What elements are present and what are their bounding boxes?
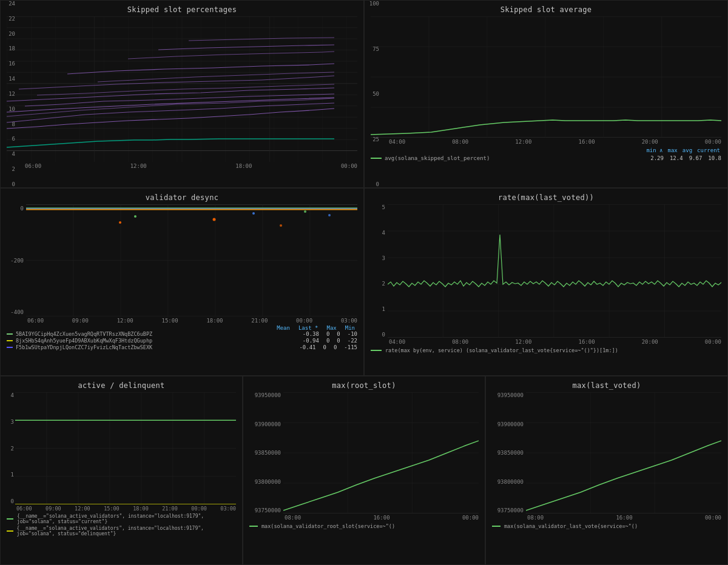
dashboard: Skipped slot percentages 242220181614121… xyxy=(0,0,728,565)
panel-title-skipped-avg: Skipped slot average xyxy=(371,5,721,14)
x-axis-rate: 04:0008:0012:0016:0020:0000:00 xyxy=(371,339,721,345)
bottom-row: active / delinquent 43210 xyxy=(0,376,728,565)
col-min: Min xyxy=(345,325,355,331)
y-axis-max-last-voted: 9395000093900000938500009380000093750000 xyxy=(492,392,526,513)
panel-title-rate: rate(max(last_voted)) xyxy=(371,193,721,202)
legend-line-current xyxy=(7,518,13,520)
svg-point-45 xyxy=(328,214,331,216)
chart-active xyxy=(15,392,236,504)
panel-title-root-slot: max(root_slot) xyxy=(249,381,479,390)
stat-avg-label: avg xyxy=(682,147,692,153)
validator-label-0: 5BAI9YGCipHq4ZcXuen5vagRQqRTVTRszXNqBZC6… xyxy=(16,331,152,337)
legend-label-max-last-voted: max(solana_validator_last_vote{service=~… xyxy=(504,523,638,529)
panel-max-root-slot: max(root_slot) 9395000093900000938500009… xyxy=(243,376,485,565)
x-axis-root-slot: 08:0016:0000:00 xyxy=(249,515,479,521)
svg-rect-46 xyxy=(388,204,721,338)
stats-header-desync: Mean Last * Max Min xyxy=(7,325,357,331)
y-axis-desync: 0-200-400 xyxy=(7,204,26,316)
legend-line-delinquent xyxy=(7,530,13,532)
legend-dot-1 xyxy=(7,340,13,341)
x-axis-desync: 06:0009:0012:0015:0018:0021:0000:0003:00 xyxy=(7,318,357,324)
chart-max-last-voted xyxy=(526,392,721,513)
svg-point-44 xyxy=(304,210,306,213)
avg-legend-label: avg(solana_skipped_slot_percent) xyxy=(371,155,490,161)
validator-label-2: F5b1wSUtpaYDnpjLQonCZC7iyFvizLcNqTactZbw… xyxy=(16,344,152,350)
avg-legend-stats: 2.29 12.4 9.67 10.8 xyxy=(650,155,721,161)
legend-line-rate xyxy=(371,350,382,351)
panel-rate-last-voted: rate(max(last_voted)) 543210 xyxy=(364,188,728,376)
panel-title-active: active / delinquent xyxy=(7,381,236,390)
legend-max-last-voted: max(solana_validator_last_vote{service=~… xyxy=(492,523,721,529)
svg-point-43 xyxy=(280,224,282,227)
legend-line-root-slot xyxy=(249,526,258,527)
x-axis-skipped-avg: 04:0008:0012:0016:0020:0000:00 xyxy=(371,139,721,145)
panel-title-skipped-slot-pct: Skipped slot percentages xyxy=(7,5,357,14)
legend-label-root-slot: max(solana_validator_root_slot{service=~… xyxy=(261,523,395,529)
y-axis-active: 43210 xyxy=(7,392,15,504)
panel-skipped-slot-pct: Skipped slot percentages 242220181614121… xyxy=(0,0,364,188)
y-axis-skipped-pct: 242220181614121086420 xyxy=(1,1,18,187)
svg-point-39 xyxy=(119,221,121,224)
legend-label-rate: rate(max by(env, service) (solana_valida… xyxy=(385,347,618,353)
stats-row-0: 5BAI9YGCipHq4ZcXuen5vagRQqRTVTRszXNqBZC6… xyxy=(7,331,357,337)
y-axis-skipped-avg: 1007550250 xyxy=(365,1,382,187)
avg-legend: avg(solana_skipped_slot_percent) 2.29 12… xyxy=(371,155,721,161)
stat-min-label: min ∧ xyxy=(646,147,662,153)
x-axis-max-last-voted: 08:0016:0000:00 xyxy=(492,515,721,521)
y-axis-rate: 543210 xyxy=(371,204,388,338)
panel-validator-desync: validator desync 0-200-400 xyxy=(0,188,364,376)
stat-max-label: max xyxy=(668,147,678,153)
panel-skipped-slot-avg: Skipped slot average 1007550250 xyxy=(364,0,728,188)
col-last: Last * xyxy=(298,325,318,331)
chart-root-slot xyxy=(283,392,479,513)
svg-point-42 xyxy=(252,212,255,215)
legend-active: {__name__="solana_active_validators", in… xyxy=(7,513,236,537)
validator-label-1: 8jxSHbS4qAnh5yueFp4D9ABXubKqMwXqF3HtdzQG… xyxy=(16,338,152,344)
stats-row-2: F5b1wSUtpaYDnpjLQonCZC7iyFvizLcNqTactZbw… xyxy=(7,344,357,350)
panel-active-delinquent: active / delinquent 43210 xyxy=(0,376,243,565)
x-axis-skipped-pct: 06:0012:0018:0000:00 xyxy=(7,163,357,169)
col-max: Max xyxy=(326,325,336,331)
chart-rate xyxy=(388,204,721,338)
chart-desync xyxy=(26,204,357,316)
stat-current-label: current xyxy=(697,147,720,153)
chart-skipped-pct xyxy=(7,16,357,162)
col-mean: Mean xyxy=(277,325,290,331)
legend-rate: rate(max by(env, service) (solana_valida… xyxy=(371,347,721,353)
panel-title-max-last-voted: max(last_voted) xyxy=(492,381,721,390)
legend-label-current: {__name__="solana_active_validators", in… xyxy=(17,513,236,524)
stats-row-1: 8jxSHbS4qAnh5yueFp4D9ABXubKqMwXqF3HtdzQG… xyxy=(7,338,357,344)
chart-skipped-avg xyxy=(371,16,721,138)
legend-dot-0 xyxy=(7,333,13,335)
svg-point-40 xyxy=(134,215,136,218)
legend-root-slot: max(solana_validator_root_slot{service=~… xyxy=(249,523,479,529)
panel-max-last-voted: max(last_voted) 939500009390000093850000… xyxy=(485,376,728,565)
legend-label-delinquent: {__name__="solana_active_validators", in… xyxy=(17,526,236,537)
legend-line-max-last-voted xyxy=(492,526,500,527)
legend-dot-2 xyxy=(7,347,13,348)
x-axis-active: 06:0009:0012:0015:0018:0021:0000:0003:00 xyxy=(7,506,236,512)
panel-title-desync: validator desync xyxy=(7,193,357,202)
y-axis-root-slot: 9395000093900000938500009380000093750000 xyxy=(249,392,283,513)
svg-point-41 xyxy=(213,218,216,221)
